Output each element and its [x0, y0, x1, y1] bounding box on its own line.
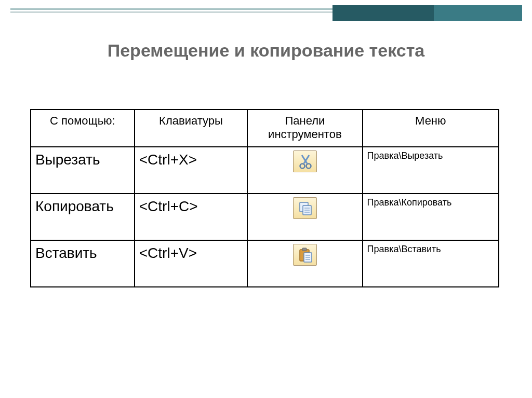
slide-title: Перемещение и копирование текста [0, 40, 532, 61]
action-label: Копировать [31, 194, 135, 240]
toolbar-icon-cell [247, 194, 362, 240]
toolbar-icon-cell [247, 240, 362, 287]
header-col3: Панели инструментов [247, 109, 362, 147]
svg-point-2 [300, 164, 304, 169]
copy-icon [293, 197, 317, 219]
table-row: Вставить <Ctrl+V> Правка\Вставить [31, 240, 499, 287]
svg-point-3 [306, 164, 311, 169]
header-col2: Клавиатуры [135, 109, 247, 147]
svg-rect-10 [302, 248, 307, 251]
table-row: Копировать <Ctrl+C> Правка\Копировать [31, 194, 499, 240]
shortcut-label: <Ctrl+X> [135, 147, 247, 194]
shortcuts-table: С помощью: Клавиатуры Панели инструменто… [30, 109, 499, 287]
menu-path: Правка\Вставить [363, 240, 499, 287]
paste-icon [293, 244, 317, 266]
header-col4: Меню [363, 109, 499, 147]
toolbar-icon-cell [247, 147, 362, 194]
action-label: Вырезать [31, 147, 135, 194]
shortcut-label: <Ctrl+V> [135, 240, 247, 287]
table-header-row: С помощью: Клавиатуры Панели инструменто… [31, 109, 499, 147]
shortcut-label: <Ctrl+C> [135, 194, 247, 240]
table-row: Вырезать <Ctrl+X> Правка\Вырезать [31, 147, 499, 194]
decorative-top-bar [0, 5, 532, 21]
menu-path: Правка\Вырезать [363, 147, 499, 194]
menu-path: Правка\Копировать [363, 194, 499, 240]
cut-icon [293, 150, 317, 172]
header-col1: С помощью: [31, 109, 135, 147]
action-label: Вставить [31, 240, 135, 287]
